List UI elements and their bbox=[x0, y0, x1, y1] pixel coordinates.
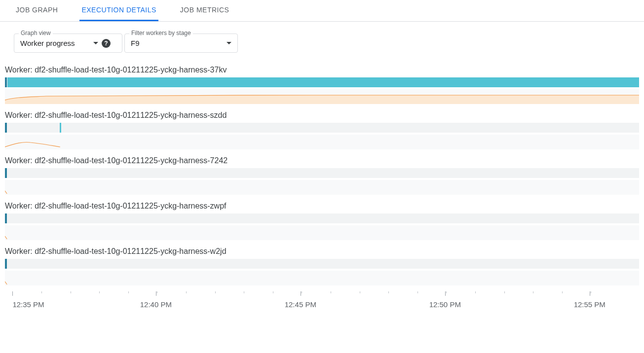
axis-label: 12:35 PM bbox=[12, 300, 44, 309]
axis-major-tick bbox=[156, 291, 156, 296]
axis-minor-tick bbox=[533, 291, 533, 293]
axis-minor-tick bbox=[302, 291, 302, 293]
axis-minor-tick bbox=[331, 291, 331, 293]
axis-major-tick bbox=[301, 291, 301, 296]
help-icon[interactable]: ? bbox=[102, 39, 111, 48]
progress-tick bbox=[5, 259, 7, 269]
graph-view-label: Graph view bbox=[19, 30, 53, 36]
axis-major-tick bbox=[12, 291, 13, 296]
worker-title: Worker: df2-shuffle-load-test-10g-012112… bbox=[5, 63, 639, 77]
progress-fill bbox=[7, 77, 639, 87]
worker-row: Worker: df2-shuffle-load-test-10g-012112… bbox=[5, 63, 639, 104]
worker-row: Worker: df2-shuffle-load-test-10g-012112… bbox=[5, 108, 639, 149]
worker-title: Worker: df2-shuffle-load-test-10g-012112… bbox=[5, 108, 639, 123]
progress-bar-track bbox=[5, 77, 639, 87]
worker-row: Worker: df2-shuffle-load-test-10g-012112… bbox=[5, 153, 639, 195]
progress-tick bbox=[5, 168, 7, 178]
progress-bar-track bbox=[5, 168, 639, 178]
chevron-down-icon bbox=[93, 42, 98, 44]
progress-bar-track bbox=[5, 213, 639, 223]
workers-list: Worker: df2-shuffle-load-test-10g-012112… bbox=[0, 63, 644, 285]
progress-bar-track bbox=[5, 259, 639, 269]
chevron-down-icon bbox=[227, 42, 231, 44]
time-axis: 12:35 PM12:40 PM12:45 PM12:50 PM12:55 PM bbox=[5, 291, 639, 316]
axis-minor-tick bbox=[388, 291, 389, 293]
axis-minor-tick bbox=[475, 291, 476, 293]
axis-minor-tick bbox=[591, 291, 591, 293]
worker-title: Worker: df2-shuffle-load-test-10g-012112… bbox=[5, 244, 639, 259]
axis-label: 12:55 PM bbox=[574, 300, 606, 309]
worker-title: Worker: df2-shuffle-load-test-10g-012112… bbox=[5, 199, 639, 213]
tabs-container: JOB GRAPHEXECUTION DETAILSJOB METRICS bbox=[0, 0, 644, 22]
axis-minor-tick bbox=[215, 291, 216, 293]
axis-minor-tick bbox=[41, 291, 42, 293]
progress-bar-track bbox=[5, 123, 639, 133]
axis-minor-tick bbox=[244, 291, 244, 293]
axis-minor-tick bbox=[417, 291, 418, 293]
axis-minor-tick bbox=[273, 291, 273, 293]
tab-job-metrics[interactable]: JOB METRICS bbox=[178, 0, 231, 21]
axis-label: 12:40 PM bbox=[140, 300, 172, 309]
utilization-graph bbox=[5, 225, 639, 240]
progress-tick bbox=[60, 123, 61, 133]
utilization-graph bbox=[5, 271, 639, 285]
axis-label: 12:45 PM bbox=[285, 300, 316, 309]
axis-minor-tick bbox=[99, 291, 100, 293]
filter-label: Filter workers by stage bbox=[129, 30, 193, 36]
axis-major-tick bbox=[590, 291, 590, 296]
worker-row: Worker: df2-shuffle-load-test-10g-012112… bbox=[5, 199, 639, 240]
graph-view-value: Worker progress bbox=[20, 39, 93, 47]
progress-tick bbox=[5, 77, 7, 87]
axis-minor-tick bbox=[360, 291, 360, 293]
axis-minor-tick bbox=[446, 291, 447, 293]
worker-row: Worker: df2-shuffle-load-test-10g-012112… bbox=[5, 244, 639, 285]
tab-execution-details[interactable]: EXECUTION DETAILS bbox=[79, 0, 158, 21]
filter-value: F9 bbox=[131, 39, 227, 47]
axis-major-tick bbox=[445, 291, 446, 296]
utilization-graph bbox=[5, 180, 639, 195]
progress-tick bbox=[5, 123, 7, 133]
axis-minor-tick bbox=[504, 291, 505, 293]
filter-field: Filter workers by stage F9 bbox=[124, 34, 238, 53]
axis-minor-tick bbox=[157, 291, 157, 293]
axis-minor-tick bbox=[186, 291, 187, 293]
axis-label: 12:50 PM bbox=[429, 300, 461, 309]
axis-minor-tick bbox=[562, 291, 563, 293]
worker-title: Worker: df2-shuffle-load-test-10g-012112… bbox=[5, 153, 639, 168]
controls-row: Graph view Worker progress ? Filter work… bbox=[0, 22, 644, 63]
tab-job-graph[interactable]: JOB GRAPH bbox=[14, 0, 60, 21]
axis-minor-tick bbox=[128, 291, 129, 293]
utilization-graph bbox=[5, 135, 639, 149]
progress-tick bbox=[5, 213, 7, 223]
axis-minor-tick bbox=[71, 291, 71, 293]
utilization-graph bbox=[5, 89, 639, 104]
